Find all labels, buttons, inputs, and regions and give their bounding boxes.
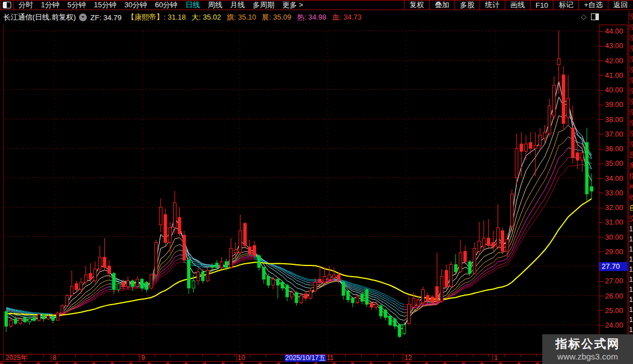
time-tick bbox=[520, 354, 521, 357]
month-separator bbox=[3, 354, 4, 362]
side-panel-char: 涨 bbox=[629, 32, 633, 43]
toolbar-button-8[interactable]: 返回 bbox=[608, 1, 633, 10]
selected-date-tag: 2025/10/17五 bbox=[285, 354, 326, 362]
toolbar-period-item-3[interactable]: 15分钟 bbox=[94, 0, 116, 10]
month-separator bbox=[403, 354, 403, 362]
price-axis-label: 39.00 bbox=[605, 100, 623, 109]
indicator-field-4: 热: 34.98 bbox=[297, 12, 327, 22]
price-axis-label: 36.00 bbox=[605, 144, 623, 153]
time-tick bbox=[91, 354, 91, 357]
toolbar-button-2[interactable]: 多股 bbox=[454, 1, 480, 10]
price-axis-label: 41.00 bbox=[605, 71, 623, 80]
price-tick bbox=[599, 251, 603, 252]
toolbar-button-5[interactable]: F10 bbox=[530, 1, 553, 10]
side-panel-char: 指 bbox=[629, 171, 633, 181]
side-panel-digit: 1 bbox=[629, 284, 633, 295]
price-tick bbox=[599, 90, 603, 91]
toolbar-period-item-4[interactable]: 30分钟 bbox=[124, 0, 147, 10]
price-tick bbox=[599, 164, 603, 164]
price-axis-label: 25.00 bbox=[605, 306, 623, 315]
price-tick bbox=[599, 281, 603, 282]
price-tick bbox=[599, 119, 603, 120]
side-panel-char: 涨 bbox=[629, 118, 633, 128]
side-panel-char: 交 bbox=[629, 213, 633, 224]
time-tick bbox=[393, 354, 394, 357]
time-tick bbox=[202, 354, 203, 357]
toolbar-button-4[interactable]: 画线 bbox=[505, 1, 530, 10]
price-axis-label: 33.00 bbox=[605, 189, 623, 197]
side-panel-char: 收 bbox=[629, 192, 633, 203]
toolbar-button-7[interactable]: +自选 bbox=[578, 1, 608, 10]
time-axis-label: 12 bbox=[404, 354, 412, 362]
month-separator bbox=[236, 354, 237, 362]
side-panel-digit: 1 bbox=[629, 325, 633, 335]
toolbar-period-item-2[interactable]: 5分钟 bbox=[67, 0, 86, 10]
side-panel-char: 涨 bbox=[629, 107, 633, 118]
toolbar-period-item-1[interactable]: 1分钟 bbox=[41, 0, 59, 10]
time-tick bbox=[473, 354, 473, 357]
time-tick bbox=[361, 354, 362, 357]
toolbar-button-6[interactable]: 标记 bbox=[553, 1, 578, 10]
price-tick bbox=[599, 46, 603, 46]
chevron-down-icon[interactable] bbox=[79, 13, 87, 21]
time-axis: 2025年8910111212025/10/17五 bbox=[0, 354, 633, 362]
time-tick bbox=[138, 354, 139, 357]
side-panel-digit: 1 bbox=[629, 315, 633, 325]
time-tick bbox=[59, 354, 59, 357]
time-tick bbox=[345, 354, 346, 357]
side-panel-digit: 1 bbox=[629, 305, 633, 315]
indicator-values: 【康熙帝】: 31.18大: 35.02旗: 35.10展: 35.09热: 3… bbox=[127, 12, 367, 22]
time-tick bbox=[234, 354, 235, 357]
side-panel-char: 涨 bbox=[629, 11, 633, 22]
toolbar-period-item-9[interactable]: 多周期 bbox=[253, 0, 274, 10]
price-axis-label: 26.00 bbox=[605, 292, 623, 300]
side-panel-digit: 1 bbox=[629, 254, 633, 264]
toolbar-actions: 复权叠加多股统计画线F10标记+自选返回 bbox=[404, 1, 633, 10]
time-axis-label: 10 bbox=[238, 354, 245, 362]
toolbar-button-3[interactable]: 统计 bbox=[480, 1, 505, 10]
toolbar-period-item-10[interactable]: 更多 > bbox=[282, 0, 303, 10]
time-tick bbox=[282, 354, 282, 357]
price-tick bbox=[599, 310, 603, 311]
time-axis-label: 8 bbox=[53, 354, 57, 362]
toolbar-button-1[interactable]: 叠加 bbox=[429, 1, 454, 10]
price-tick bbox=[599, 208, 603, 208]
side-panel-char: 多 bbox=[629, 160, 633, 171]
side-panel-char: 涨 bbox=[629, 75, 633, 86]
price-axis-label: 42.00 bbox=[605, 57, 623, 65]
price-axis-label: 27.00 bbox=[605, 277, 623, 285]
price-tick bbox=[599, 325, 603, 326]
side-panel-digit: 1 bbox=[629, 244, 633, 254]
toolbar-period-item-8[interactable]: 月线 bbox=[230, 0, 245, 10]
time-tick bbox=[218, 354, 218, 357]
toolbar-button-0[interactable]: 复权 bbox=[404, 1, 429, 10]
candlestick-chart[interactable] bbox=[3, 25, 599, 354]
month-separator bbox=[492, 354, 493, 362]
current-price-tag: 27.70 bbox=[599, 262, 628, 271]
time-tick bbox=[43, 354, 44, 357]
zf-field: ZF: 34.79 bbox=[90, 13, 122, 22]
side-panel-digit: 1 bbox=[629, 295, 633, 305]
month-separator bbox=[139, 354, 140, 362]
price-tick bbox=[599, 75, 603, 76]
info-right-icons: ◇ bbox=[581, 12, 599, 21]
period-toolbar: 分时1分钟5分钟15分钟30分钟60分钟日线周线月线多周期更多 > 复权叠加多股… bbox=[0, 0, 633, 10]
time-tick bbox=[457, 354, 457, 357]
price-tick bbox=[599, 149, 603, 150]
price-axis-label: 30.00 bbox=[605, 233, 623, 241]
price-axis-label: 32.00 bbox=[605, 203, 623, 212]
toolbar-period-item-7[interactable]: 周线 bbox=[208, 0, 222, 10]
toolbar-period-item-0[interactable]: 分时 bbox=[18, 0, 33, 10]
time-tick bbox=[75, 354, 76, 357]
side-panel-char: 涨 bbox=[629, 139, 633, 150]
toolbar-period-item-5[interactable]: 60分钟 bbox=[155, 0, 177, 10]
indicator-field-5: 血: 34.73 bbox=[332, 12, 362, 22]
diamond-marker-icon[interactable]: ◇ bbox=[581, 12, 587, 21]
time-tick bbox=[504, 354, 505, 357]
indicator-field-0: 【康熙帝】: 31.18 bbox=[127, 12, 186, 22]
side-panel-char: 涨 bbox=[629, 128, 633, 139]
toolbar-period-item-6[interactable]: 日线 bbox=[185, 0, 200, 10]
window-split-button[interactable] bbox=[0, 1, 14, 10]
stock-chart-window: 分时1分钟5分钟15分钟30分钟60分钟日线周线月线多周期更多 > 复权叠加多股… bbox=[0, 0, 633, 364]
mini-window-icon[interactable] bbox=[591, 13, 599, 20]
